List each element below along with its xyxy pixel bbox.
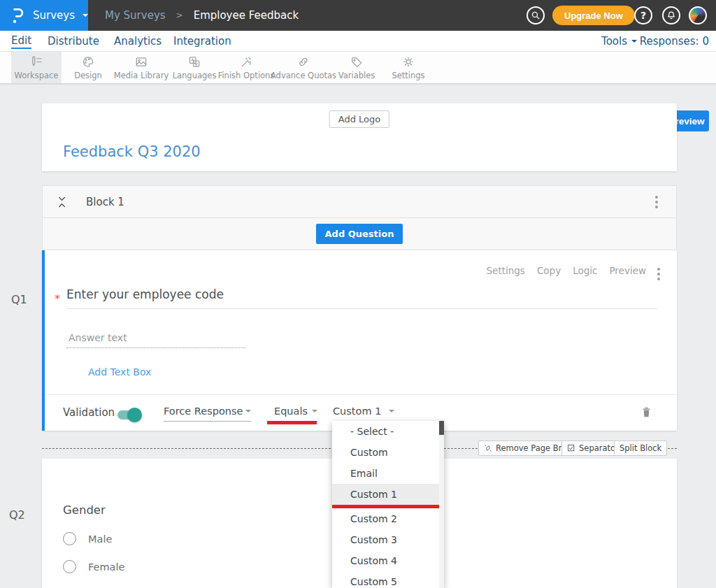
block-menu-button[interactable] — [654, 194, 659, 210]
search-icon — [531, 10, 540, 20]
collapse-block-button[interactable] — [57, 195, 67, 212]
toolbar-item-design[interactable]: Design — [66, 52, 110, 83]
trash-icon — [641, 406, 652, 418]
add-logo-button[interactable]: Add Logo — [329, 110, 389, 128]
add-text-box-link[interactable]: Add Text Box — [88, 366, 151, 378]
radio-button-female[interactable] — [63, 560, 76, 573]
breadcrumb-my-surveys[interactable]: My Surveys — [105, 9, 166, 22]
toggle-knob — [127, 408, 142, 422]
operand-dropdown[interactable]: Custom 1 — [333, 406, 394, 422]
wand-icon — [239, 55, 253, 69]
question-number-q1: Q1 — [11, 293, 27, 306]
broken-link-icon — [484, 444, 492, 452]
radio-label-male[interactable]: Male — [88, 533, 112, 545]
dropdown-option-custom[interactable]: Custom — [332, 442, 439, 463]
chevron-down-icon — [631, 40, 637, 43]
question-actions: Settings Copy Logic Preview — [487, 265, 646, 276]
toolbar-item-settings[interactable]: Settings — [382, 52, 435, 83]
question-preview-link[interactable]: Preview — [609, 265, 646, 276]
upgrade-now-label: Upgrade Now — [564, 10, 623, 21]
chevron-down-icon — [245, 410, 251, 413]
translate-icon — [187, 55, 201, 69]
dropdown-option-custom-5[interactable]: Custom 5 — [332, 571, 439, 588]
validation-value-dropdown-menu: - Select - Custom Email Custom 1 Custom … — [332, 421, 444, 588]
toolbar-item-media-library[interactable]: Media Library — [113, 52, 169, 83]
dropdown-option-select[interactable]: - Select - — [332, 421, 439, 442]
question-card-q1: Settings Copy Logic Preview * Enter your… — [42, 250, 677, 431]
bell-icon — [666, 10, 676, 20]
tools-label: Tools — [601, 35, 627, 48]
scrollbar-thumb[interactable] — [439, 421, 444, 435]
user-avatar[interactable] — [689, 6, 707, 24]
question-text-underline — [66, 308, 657, 309]
breadcrumb-separator: > — [176, 10, 183, 20]
search-button[interactable] — [527, 6, 545, 24]
chevron-down-icon — [83, 14, 88, 17]
add-question-strip: Add Question — [42, 218, 677, 250]
dropdown-option-custom-2[interactable]: Custom 2 — [332, 508, 439, 529]
answer-option-male: Male — [63, 532, 112, 545]
question-text-q2[interactable]: Gender — [63, 503, 106, 517]
dropdown-option-custom-3[interactable]: Custom 3 — [332, 529, 439, 550]
validation-toggle[interactable] — [117, 410, 141, 420]
dropdown-option-email[interactable]: Email — [332, 463, 439, 484]
delete-validation-button[interactable] — [641, 406, 652, 421]
survey-title[interactable]: Feedback Q3 2020 — [63, 143, 201, 160]
chevron-down-icon — [312, 410, 317, 413]
toolbar-item-workspace[interactable]: Workspace — [11, 52, 62, 83]
workspace-icon — [29, 55, 43, 69]
operator-highlight-underline — [267, 421, 317, 424]
dropdown-scrollbar[interactable] — [439, 421, 444, 588]
question-text-q1[interactable]: Enter your employee code — [66, 287, 224, 301]
checkbox-checked-icon — [567, 444, 575, 452]
validation-label: Validation — [63, 406, 115, 419]
toolbar-item-variables[interactable]: Variables — [334, 52, 379, 83]
question-copy-link[interactable]: Copy — [537, 265, 561, 276]
required-marker: * — [55, 292, 60, 306]
questionpro-survey-editor: Surveys My Surveys > Employee Feedback U… — [0, 0, 716, 588]
question-logic-link[interactable]: Logic — [573, 265, 597, 276]
question-settings-link[interactable]: Settings — [487, 265, 525, 276]
surveys-product-menu[interactable]: Surveys — [0, 0, 88, 31]
help-button[interactable] — [634, 6, 652, 24]
top-bar: Surveys My Surveys > Employee Feedback U… — [0, 0, 716, 31]
chain-icon — [296, 55, 310, 69]
tab-distribute[interactable]: Distribute — [48, 33, 99, 50]
question-menu-button[interactable] — [656, 266, 661, 282]
editor-toolbar: Workspace Design Media Library Languages — [0, 52, 716, 85]
add-question-button[interactable]: Add Question — [316, 224, 403, 244]
tab-analytics[interactable]: Analytics — [114, 33, 162, 50]
notifications-button[interactable] — [662, 6, 680, 24]
tab-integration[interactable]: Integration — [173, 33, 231, 50]
answer-field-underline — [66, 347, 245, 348]
collapse-icon — [57, 195, 67, 209]
block-header: Block 1 — [42, 185, 677, 218]
surveys-menu-label: Surveys — [33, 9, 75, 22]
upgrade-now-button[interactable]: Upgrade Now — [552, 6, 635, 25]
survey-nav-tabs: Edit Distribute Analytics Integration To… — [0, 31, 716, 52]
questionpro-logo-icon — [11, 7, 25, 24]
answer-text-field[interactable]: Answer text — [69, 332, 127, 343]
split-block-button[interactable]: Split Block — [614, 440, 667, 456]
toolbar-item-advance-quotas[interactable]: Advance Quotas — [274, 52, 333, 83]
survey-header-card: Add Logo Feedback Q3 2020 — [42, 103, 677, 171]
tab-edit[interactable]: Edit — [11, 33, 31, 50]
radio-label-female[interactable]: Female — [88, 561, 124, 573]
toolbar-item-languages[interactable]: Languages — [172, 52, 217, 83]
radio-button-male[interactable] — [63, 532, 76, 545]
tools-menu[interactable]: Tools — [601, 33, 637, 50]
dropdown-option-custom-4[interactable]: Custom 4 — [332, 550, 439, 571]
block-title: Block 1 — [86, 196, 124, 208]
answer-option-female: Female — [63, 560, 124, 573]
dropdown-items: - Select - Custom Email Custom 1 Custom … — [332, 421, 439, 588]
breadcrumb-current-survey: Employee Feedback — [194, 9, 299, 22]
responses-count-link[interactable]: Responses: 0 — [640, 33, 709, 50]
operator-dropdown[interactable]: Equals — [274, 406, 317, 422]
breadcrumb: My Surveys > Employee Feedback — [105, 0, 299, 31]
toolbar-item-finish-options[interactable]: Finish Options — [218, 52, 274, 83]
force-response-dropdown[interactable]: Force Response — [164, 406, 251, 422]
dropdown-option-custom-1[interactable]: Custom 1 — [332, 484, 439, 505]
tag-icon — [350, 55, 364, 69]
gear-icon — [401, 55, 415, 69]
palette-icon — [81, 55, 95, 69]
